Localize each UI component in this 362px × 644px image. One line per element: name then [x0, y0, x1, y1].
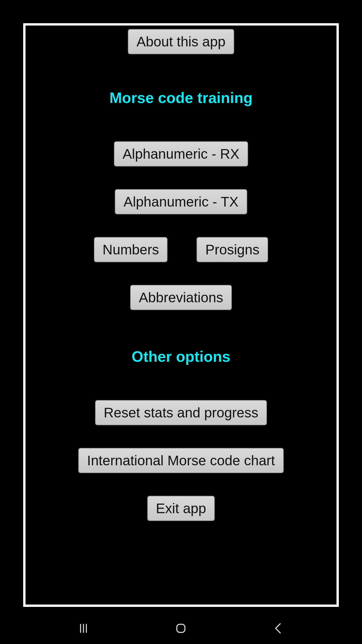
exit-button[interactable]: Exit app: [147, 496, 215, 521]
home-icon[interactable]: [174, 622, 187, 635]
svg-rect-3: [177, 624, 185, 632]
numbers-button[interactable]: Numbers: [94, 237, 168, 262]
alphanumeric-tx-button[interactable]: Alphanumeric - TX: [115, 189, 247, 214]
morse-chart-button[interactable]: International Morse code chart: [78, 448, 283, 473]
numbers-prosigns-row: Numbers Prosigns: [31, 237, 331, 262]
app-frame: About this app Morse code training Alpha…: [0, 0, 362, 613]
heading-training: Morse code training: [109, 89, 252, 106]
main-panel: About this app Morse code training Alpha…: [23, 23, 339, 607]
back-icon[interactable]: [272, 622, 285, 635]
abbreviations-button[interactable]: Abbreviations: [130, 285, 232, 310]
recents-icon[interactable]: [77, 622, 90, 635]
prosigns-button[interactable]: Prosigns: [197, 237, 268, 262]
heading-other: Other options: [132, 348, 230, 365]
android-navbar: [0, 613, 362, 644]
about-button[interactable]: About this app: [128, 29, 234, 54]
alphanumeric-rx-button[interactable]: Alphanumeric - RX: [114, 141, 248, 167]
reset-button[interactable]: Reset stats and progress: [95, 400, 267, 425]
